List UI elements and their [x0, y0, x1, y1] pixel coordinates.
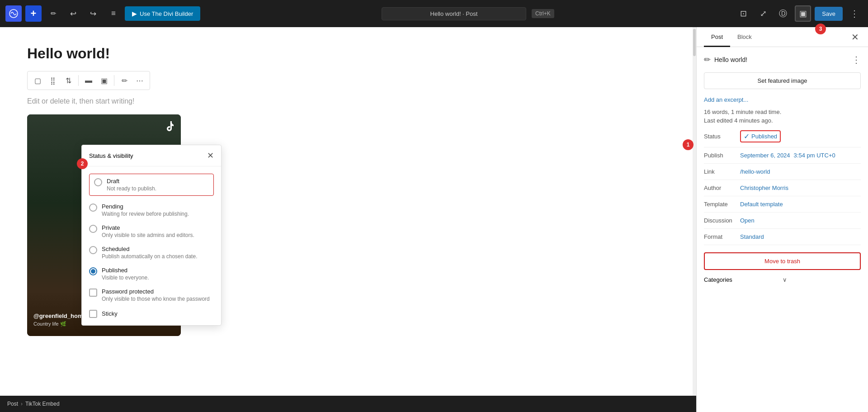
scheduled-label: Scheduled: [102, 246, 197, 252]
format-label: Format: [704, 233, 740, 240]
last-edited-text: Last edited 4 minutes ago.: [704, 117, 861, 124]
set-featured-image-button[interactable]: Set featured image: [704, 72, 861, 89]
post-more-button[interactable]: ⋮: [852, 54, 861, 65]
password-label: Password protected: [102, 288, 210, 295]
template-label: Template: [704, 201, 740, 208]
breadcrumb: Post › TikTok Embed: [0, 396, 696, 412]
right-sidebar: Post Block ✕ ✏ Hello world! ⋮ Set featur…: [696, 27, 868, 412]
undo-button[interactable]: ↩: [65, 5, 81, 22]
categories-label: Categories: [704, 276, 783, 283]
post-title-input[interactable]: [382, 7, 526, 20]
block-grid-icon[interactable]: ⣿: [46, 73, 60, 88]
toolbar-right: ⊡ ⤢ Ⓓ ▣ Save ⋮: [735, 5, 863, 22]
keyboard-shortcut-badge: Ctrl+K: [532, 9, 554, 18]
format-value[interactable]: Standard: [740, 233, 764, 240]
scheduled-radio[interactable]: [89, 246, 97, 254]
breadcrumb-block[interactable]: TikTok Embed: [25, 401, 60, 407]
pending-option[interactable]: Pending Waiting for review before publis…: [89, 203, 214, 217]
word-count-text: 16 words, 1 minute read time.: [704, 109, 861, 115]
password-option[interactable]: Password protected Only visible to those…: [89, 288, 214, 302]
save-button[interactable]: Save: [815, 7, 843, 21]
link-row: Link /hello-world: [704, 164, 861, 180]
wp-logo: [5, 5, 22, 22]
status-check-icon: ✓: [744, 132, 750, 141]
breadcrumb-post[interactable]: Post: [7, 401, 18, 407]
published-radio[interactable]: [89, 267, 97, 275]
sidebar-close-button[interactable]: ✕: [849, 30, 861, 44]
publish-value[interactable]: September 6, 2024 3:54 pm UTC+0: [740, 152, 835, 159]
private-desc: Only visible to site admins and editors.: [102, 232, 194, 238]
private-radio[interactable]: [89, 225, 97, 233]
add-block-button[interactable]: +: [25, 5, 42, 22]
sidebar-post-title: Hello world!: [714, 56, 848, 63]
toolbar-divider: [78, 75, 79, 86]
discussion-label: Discussion: [704, 217, 740, 224]
tab-post[interactable]: Post: [704, 27, 730, 47]
published-label: Published: [102, 267, 149, 274]
categories-chevron-icon: ∨: [783, 276, 861, 283]
move-to-trash-button[interactable]: Move to trash: [704, 252, 861, 270]
tools-button[interactable]: ≡: [105, 5, 121, 22]
tab-block[interactable]: Block: [730, 27, 759, 47]
publish-row: Publish September 6, 2024 3:54 pm UTC+0: [704, 147, 861, 164]
block-more-icon[interactable]: ⋯: [132, 73, 147, 88]
draft-option-highlight: Draft Not ready to publish.: [89, 174, 214, 196]
more-options-button[interactable]: ⋮: [846, 5, 863, 22]
status-row: Status ✓ Published: [704, 126, 861, 147]
template-value[interactable]: Default template: [740, 201, 783, 208]
edit-placeholder: Edit or delete it, then start writing!: [27, 97, 669, 105]
divi-play-icon: ▶: [132, 10, 137, 17]
sidebar-tabs: Post Block ✕: [697, 27, 868, 47]
divi-circle-button[interactable]: Ⓓ: [775, 5, 791, 22]
post-heading: Hello world!: [27, 45, 669, 62]
sticky-label: Sticky: [102, 310, 118, 317]
sticky-checkbox[interactable]: [89, 310, 97, 318]
author-value[interactable]: Christopher Morris: [740, 185, 788, 191]
breadcrumb-separator: ›: [21, 401, 23, 407]
scrollbar-thumb[interactable]: [693, 29, 696, 56]
main-scrollbar: [693, 27, 696, 396]
block-align-icon[interactable]: ▬: [81, 73, 96, 88]
link-value[interactable]: /hello-world: [740, 168, 770, 175]
sticky-option[interactable]: Sticky: [89, 309, 214, 318]
status-label: Status: [704, 133, 740, 140]
popup-body: Draft Not ready to publish. Pending Wait…: [82, 166, 221, 325]
draft-desc: Not ready to publish.: [107, 185, 156, 192]
private-option[interactable]: Private Only visible to site admins and …: [89, 224, 214, 238]
pending-radio[interactable]: [89, 204, 97, 212]
categories-row[interactable]: Categories ∨: [704, 270, 861, 289]
published-option[interactable]: Published Visible to everyone.: [89, 267, 214, 281]
scheduled-option[interactable]: Scheduled Publish automatically on a cho…: [89, 246, 214, 260]
password-checkbox[interactable]: [89, 289, 97, 297]
add-excerpt-link[interactable]: Add an excerpt...: [704, 96, 861, 103]
block-order-icon[interactable]: ⇅: [61, 73, 75, 88]
password-desc: Only visible to those who know the passw…: [102, 296, 210, 302]
divi-label: Use The Divi Builder: [140, 10, 193, 17]
external-link-button[interactable]: ⤢: [755, 5, 771, 22]
author-row: Author Christopher Morris: [704, 180, 861, 196]
divi-builder-button[interactable]: ▶ Use The Divi Builder: [125, 6, 200, 21]
sidebar-post-title-row: ✏ Hello world! ⋮: [704, 54, 861, 65]
popup-header: Status & visibility ✕: [82, 145, 221, 166]
view-toggle-button[interactable]: ⊡: [735, 5, 751, 22]
block-image-icon[interactable]: ▢: [30, 73, 45, 88]
draft-radio[interactable]: [94, 178, 102, 186]
published-desc: Visible to everyone.: [102, 275, 149, 281]
scheduled-desc: Publish automatically on a chosen date.: [102, 253, 197, 260]
format-row: Format Standard: [704, 229, 861, 245]
layout-button[interactable]: ▣: [795, 5, 811, 22]
discussion-value[interactable]: Open: [740, 217, 755, 224]
pending-label: Pending: [102, 203, 189, 210]
block-pen-icon[interactable]: ✏: [117, 73, 132, 88]
redo-button[interactable]: ↪: [85, 5, 101, 22]
publish-time: 3:54 pm UTC+0: [794, 152, 835, 159]
block-media-icon[interactable]: ▣: [97, 73, 111, 88]
popup-close-button[interactable]: ✕: [207, 151, 214, 161]
pending-desc: Waiting for review before publishing.: [102, 211, 189, 217]
edit-button[interactable]: ✏: [45, 5, 61, 22]
sidebar-body: ✏ Hello world! ⋮ Set featured image Add …: [697, 47, 868, 297]
status-value[interactable]: ✓ Published: [740, 130, 781, 142]
publish-date: September 6, 2024: [740, 152, 790, 159]
draft-option[interactable]: Draft Not ready to publish.: [94, 178, 209, 192]
status-published-text: Published: [751, 133, 777, 140]
